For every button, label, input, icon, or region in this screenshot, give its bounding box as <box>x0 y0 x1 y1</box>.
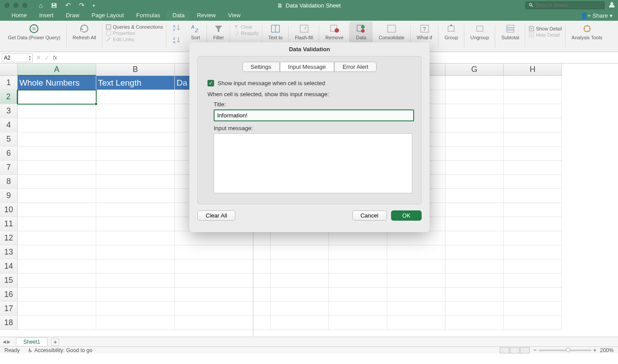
input-message-textarea[interactable] <box>214 133 412 193</box>
dialog-tab-input-message[interactable]: Input Message <box>280 62 334 72</box>
dialog-tab-error-alert[interactable]: Error Alert <box>334 62 377 72</box>
checkmark-icon: ✓ <box>209 80 213 86</box>
dialog-subhead: When cell is selected, show this input m… <box>207 91 411 98</box>
dialog-tab-settings[interactable]: Settings <box>242 62 280 72</box>
title-input[interactable] <box>214 109 414 121</box>
show-input-message-checkbox[interactable]: ✓ <box>207 80 214 86</box>
show-input-message-label: Show input message when cell is selected <box>218 80 325 86</box>
title-field-label: Title: <box>214 101 405 108</box>
clear-all-button[interactable]: Clear All <box>197 210 235 221</box>
ok-button[interactable]: OK <box>391 210 422 221</box>
dialog-title: Data Validation <box>189 46 430 56</box>
data-validation-dialog: Data Validation Settings Input Message E… <box>189 42 430 232</box>
cancel-button[interactable]: Cancel <box>352 210 387 221</box>
input-message-label: Input message: <box>214 125 405 131</box>
